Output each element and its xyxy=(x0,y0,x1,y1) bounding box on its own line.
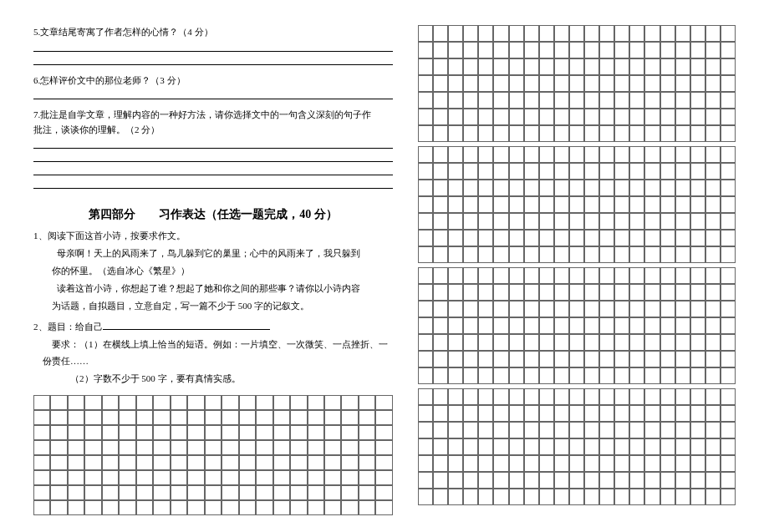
grid-cell[interactable] xyxy=(644,213,660,230)
grid-cell[interactable] xyxy=(690,246,705,263)
grid-cell[interactable] xyxy=(599,367,614,384)
grid-cell[interactable] xyxy=(273,485,290,500)
grid-cell[interactable] xyxy=(478,230,493,246)
grid-cell[interactable] xyxy=(690,438,705,455)
grid-cell[interactable] xyxy=(478,422,493,438)
grid-cell[interactable] xyxy=(599,92,614,109)
grid-cell[interactable] xyxy=(205,440,222,455)
grid-cell[interactable] xyxy=(187,500,204,515)
grid-cell[interactable] xyxy=(418,230,433,246)
grid-cell[interactable] xyxy=(660,58,675,75)
grid-cell[interactable] xyxy=(478,455,493,472)
grid-cell[interactable] xyxy=(509,109,524,125)
grid-cell[interactable] xyxy=(171,470,187,485)
grid-cell[interactable] xyxy=(418,334,433,351)
grid-cell[interactable] xyxy=(599,196,614,213)
grid-cell[interactable] xyxy=(614,388,629,405)
grid-cell[interactable] xyxy=(705,388,721,405)
grid-cell[interactable] xyxy=(418,455,433,472)
grid-cell[interactable] xyxy=(448,125,463,142)
grid-cell[interactable] xyxy=(614,25,629,42)
grid-cell[interactable] xyxy=(418,25,433,42)
grid-cell[interactable] xyxy=(690,196,705,213)
grid-cell[interactable] xyxy=(614,163,629,180)
grid-cell[interactable] xyxy=(539,230,554,246)
grid-cell[interactable] xyxy=(418,301,433,317)
grid-cell[interactable] xyxy=(102,500,119,515)
grid-cell[interactable] xyxy=(705,92,721,109)
grid-cell[interactable] xyxy=(599,125,614,142)
grid-cell[interactable] xyxy=(705,489,721,505)
grid-cell[interactable] xyxy=(614,246,629,263)
grid-cell[interactable] xyxy=(569,472,584,489)
grid-cell[interactable] xyxy=(509,284,524,301)
grid-cell[interactable] xyxy=(629,75,644,92)
grid-cell[interactable] xyxy=(539,213,554,230)
grid-cell[interactable] xyxy=(584,367,599,384)
grid-cell[interactable] xyxy=(433,367,448,384)
grid-cell[interactable] xyxy=(705,246,721,263)
grid-cell[interactable] xyxy=(660,146,675,163)
grid-cell[interactable] xyxy=(239,485,256,500)
grid-cell[interactable] xyxy=(375,395,392,410)
grid-cell[interactable] xyxy=(690,25,705,42)
grid-cell[interactable] xyxy=(644,58,660,75)
grid-cell[interactable] xyxy=(308,470,324,485)
grid-cell[interactable] xyxy=(324,410,341,425)
grid-cell[interactable] xyxy=(660,25,675,42)
grid-cell[interactable] xyxy=(524,25,539,42)
grid-cell[interactable] xyxy=(433,489,448,505)
grid-cell[interactable] xyxy=(509,196,524,213)
grid-cell[interactable] xyxy=(629,109,644,125)
grid-cell[interactable] xyxy=(614,351,629,367)
grid-cell[interactable] xyxy=(584,472,599,489)
grid-cell[interactable] xyxy=(721,334,736,351)
grid-cell[interactable] xyxy=(433,351,448,367)
grid-cell[interactable] xyxy=(614,146,629,163)
grid-cell[interactable] xyxy=(33,455,50,470)
grid-cell[interactable] xyxy=(171,395,187,410)
grid-cell[interactable] xyxy=(205,455,222,470)
grid-cell[interactable] xyxy=(324,440,341,455)
grid-cell[interactable] xyxy=(705,146,721,163)
grid-cell[interactable] xyxy=(660,230,675,246)
grid-cell[interactable] xyxy=(644,422,660,438)
grid-cell[interactable] xyxy=(33,395,50,410)
grid-cell[interactable] xyxy=(539,405,554,422)
grid-cell[interactable] xyxy=(509,42,524,58)
grid-cell[interactable] xyxy=(448,438,463,455)
grid-cell[interactable] xyxy=(675,58,690,75)
grid-cell[interactable] xyxy=(705,125,721,142)
grid-cell[interactable] xyxy=(524,267,539,284)
grid-cell[interactable] xyxy=(84,440,101,455)
grid-cell[interactable] xyxy=(629,351,644,367)
grid-cell[interactable] xyxy=(675,180,690,196)
grid-cell[interactable] xyxy=(256,425,272,440)
grid-cell[interactable] xyxy=(690,455,705,472)
grid-cell[interactable] xyxy=(478,284,493,301)
grid-cell[interactable] xyxy=(705,351,721,367)
grid-cell[interactable] xyxy=(418,146,433,163)
grid-cell[interactable] xyxy=(629,92,644,109)
grid-cell[interactable] xyxy=(153,410,170,425)
grid-cell[interactable] xyxy=(50,395,67,410)
grid-cell[interactable] xyxy=(433,230,448,246)
grid-cell[interactable] xyxy=(171,455,187,470)
grid-cell[interactable] xyxy=(524,125,539,142)
grid-cell[interactable] xyxy=(629,125,644,142)
grid-cell[interactable] xyxy=(675,109,690,125)
grid-cell[interactable] xyxy=(359,455,375,470)
grid-cell[interactable] xyxy=(705,42,721,58)
grid-cell[interactable] xyxy=(509,351,524,367)
grid-cell[interactable] xyxy=(341,395,358,410)
grid-cell[interactable] xyxy=(569,267,584,284)
grid-cell[interactable] xyxy=(433,92,448,109)
grid-cell[interactable] xyxy=(222,395,238,410)
grid-cell[interactable] xyxy=(721,213,736,230)
grid-cell[interactable] xyxy=(273,440,290,455)
grid-cell[interactable] xyxy=(478,163,493,180)
grid-cell[interactable] xyxy=(584,246,599,263)
grid-cell[interactable] xyxy=(705,58,721,75)
grid-cell[interactable] xyxy=(448,92,463,109)
grid-cell[interactable] xyxy=(448,301,463,317)
